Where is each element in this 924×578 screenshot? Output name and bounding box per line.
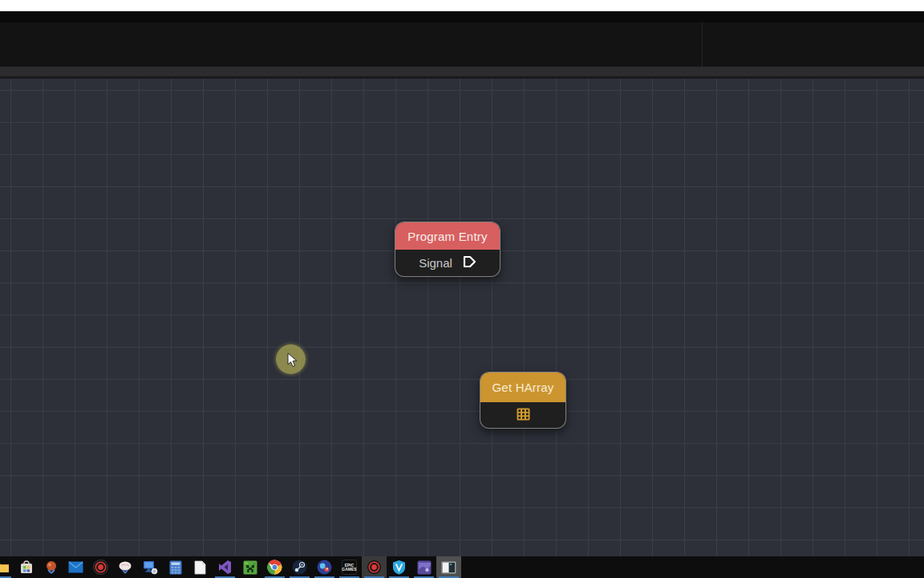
calculator-icon <box>169 560 182 575</box>
taskbar-item-recorder-active[interactable] <box>362 556 387 578</box>
taskbar-item-steam[interactable] <box>287 556 312 578</box>
editor-toolbar <box>0 22 924 67</box>
taskbar-item-paint3d[interactable] <box>38 556 63 578</box>
taskbar: EPIC GAMES <box>0 556 924 578</box>
node-title: Get HArray <box>480 372 565 402</box>
taskbar-item-epic-games[interactable]: EPIC GAMES <box>337 556 362 578</box>
app-window-icon <box>441 561 456 574</box>
node-get-harray[interactable]: Get HArray <box>480 372 566 429</box>
node-graph-canvas[interactable]: Program Entry Signal Get HArray <box>0 79 924 556</box>
taskbar-item-store[interactable] <box>14 556 38 578</box>
file-explorer-icon <box>0 561 10 574</box>
canvas-top-strip <box>0 67 924 79</box>
pin-label: Signal <box>419 256 452 270</box>
taskbar-item-recorder[interactable] <box>88 556 113 578</box>
taskbar-item-file-explorer[interactable] <box>0 556 14 578</box>
taskbar-item-minecraft[interactable] <box>237 556 262 578</box>
taskbar-item-active-window[interactable] <box>436 556 461 578</box>
record-button-icon <box>93 560 108 575</box>
game-orb-icon <box>317 560 332 575</box>
taskbar-item-wallpaper-app[interactable] <box>411 556 436 578</box>
this-pc-icon <box>143 560 158 575</box>
mail-icon <box>68 561 83 573</box>
epic-games-icon: EPIC GAMES <box>342 560 357 575</box>
wallpaper-app-icon <box>417 560 432 575</box>
taskbar-item-snip[interactable] <box>113 556 138 578</box>
paint3d-ball-icon <box>44 560 59 575</box>
visual-studio-icon <box>217 560 233 575</box>
steam-icon <box>292 560 307 575</box>
taskbar-item-vpn[interactable] <box>387 556 411 578</box>
snip-brain-icon <box>118 560 133 574</box>
vpn-shield-icon <box>392 560 406 575</box>
taskbar-item-this-pc[interactable] <box>138 556 163 578</box>
toolbar-divider <box>702 22 703 67</box>
taskbar-item-calculator[interactable] <box>163 556 188 578</box>
chrome-icon <box>267 560 282 575</box>
node-program-entry[interactable]: Program Entry Signal <box>395 222 500 277</box>
notepad-icon <box>194 560 206 575</box>
minecraft-icon <box>243 560 257 575</box>
taskbar-item-game-orb[interactable] <box>312 556 337 578</box>
taskbar-item-visual-studio[interactable] <box>213 556 237 578</box>
taskbar-item-notepad[interactable] <box>188 556 213 578</box>
screen: Program Entry Signal Get HArray <box>0 0 924 578</box>
letterbox-top <box>0 0 924 11</box>
mouse-pointer-icon <box>287 352 298 371</box>
taskbar-item-mail[interactable] <box>63 556 88 578</box>
node-title: Program Entry <box>395 222 500 250</box>
record-button-icon <box>367 560 382 575</box>
taskbar-item-chrome[interactable] <box>262 556 287 578</box>
array-grid-icon <box>517 408 530 424</box>
window-titlebar <box>0 11 924 22</box>
exec-arrow-icon[interactable] <box>462 254 476 271</box>
microsoft-store-icon <box>19 560 34 575</box>
epic-games-label: EPIC GAMES <box>342 564 356 572</box>
